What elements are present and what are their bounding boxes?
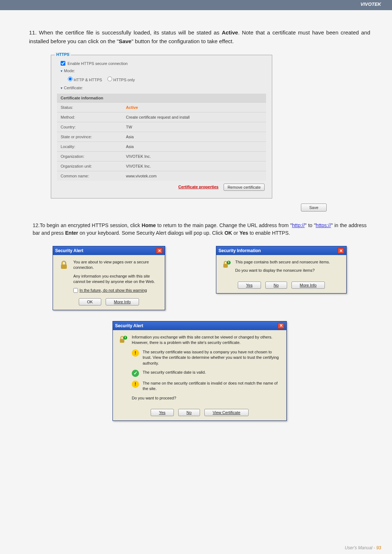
row-locality: Locality:Asia	[57, 141, 266, 151]
dialog-buttons: Yes No More Info	[221, 282, 341, 289]
dialog-text: This page contains both secure and nonse…	[235, 259, 330, 276]
cert-buttons: Certificate properties Remove certificat…	[57, 181, 266, 191]
opt1-label: HTTP & HTTPS	[74, 78, 102, 82]
value: Asia	[126, 135, 134, 139]
chevron-down-icon: ▾	[61, 69, 62, 73]
row-status: Status:Active	[57, 102, 266, 112]
ok-text: The security certificate date is valid.	[143, 370, 206, 375]
warn-text-1: The security certificate was issued by a…	[143, 349, 281, 366]
no-button[interactable]: No	[178, 409, 200, 416]
cert-row-header[interactable]: ▾ Certificate:	[57, 84, 266, 91]
t: To begin an encrypted HTTPS session, cli…	[40, 222, 142, 228]
page-number: 93	[376, 545, 381, 550]
footer-text: User's Manual -	[345, 545, 376, 550]
enable-checkbox[interactable]	[61, 61, 65, 66]
warning-lock-icon	[221, 259, 232, 270]
proceed-text: Do you want to proceed?	[132, 395, 281, 401]
view-cert-button[interactable]: View Certificate	[204, 409, 249, 416]
row-country: Country:TW	[57, 122, 266, 132]
row-orgunit: Organization unit:VIVOTEK Inc.	[57, 161, 266, 171]
titlebar: Security Alert ✕	[113, 321, 286, 330]
row-method: Method:Create certificate request and in…	[57, 112, 266, 122]
row-cn: Common name:www.vivotek.com	[57, 171, 266, 181]
label: Common name:	[61, 174, 126, 178]
dialog-body: This page contains both secure and nonse…	[216, 255, 346, 293]
security-alert-dialog-2: Security Alert ✕ Information you exchang…	[113, 321, 287, 421]
line1: This page contains both secure and nonse…	[235, 259, 330, 265]
intro: Information you exchange with this site …	[132, 335, 281, 346]
content-area: 11. When the certifice file is successfu…	[0, 10, 392, 432]
title: Security Alert	[55, 248, 83, 253]
cert-status-warn-2: ! The name on the security certificate i…	[132, 381, 281, 392]
cert-info-header: Certificate information	[57, 94, 266, 102]
cert-status-warn-1: ! The security certificate was issued by…	[132, 349, 281, 366]
value-active: Active	[126, 105, 138, 110]
value: www.vivotek.com	[126, 174, 156, 178]
svg-rect-1	[223, 264, 228, 268]
dialog-body: You are about to view pages over a secur…	[53, 255, 165, 310]
line1: You are about to view pages over a secur…	[73, 259, 160, 271]
radio-http-https[interactable]	[68, 77, 73, 81]
t: " to "	[305, 222, 316, 228]
svg-rect-3	[120, 339, 124, 343]
radio-https-only[interactable]	[107, 77, 112, 81]
text: " button for the configuration to take e…	[131, 38, 234, 44]
mode-opt-http-https[interactable]: HTTP & HTTPS	[68, 78, 102, 82]
more-info-button[interactable]: More Info	[291, 282, 325, 289]
t: to return to the main page. Change the U…	[156, 222, 292, 228]
cert-properties-link[interactable]: Certificate properties	[175, 184, 221, 191]
home-word: Home	[142, 222, 156, 228]
close-icon[interactable]: ✕	[156, 248, 163, 254]
future-checkbox[interactable]	[73, 288, 78, 293]
future-checkbox-row: In the future, do not show this warning	[73, 288, 160, 293]
warning-icon: !	[132, 349, 139, 357]
opt2-label: HTTPS only	[113, 78, 135, 82]
enable-row: Enable HTTPS secure connection	[57, 59, 266, 67]
label: Organization:	[61, 154, 126, 159]
more-info-button[interactable]: More Info	[106, 298, 139, 305]
cert-status-ok: ✓ The security certificate date is valid…	[132, 370, 281, 377]
yes-button[interactable]: Yes	[151, 409, 174, 416]
title: Security Information	[219, 248, 261, 253]
ok-word: OK	[224, 230, 232, 236]
value: VIVOTEK Inc.	[126, 154, 151, 159]
label: Country:	[61, 125, 126, 129]
dialog-row-top: Security Alert ✕ You are about to view p…	[29, 246, 370, 310]
warn-text-2: The name on the security certificate is …	[143, 381, 281, 392]
http-link: http://	[292, 222, 305, 228]
value: Asia	[126, 144, 134, 149]
header-bar: VIVOTEK	[0, 0, 392, 10]
line2: Do you want to display the nonsecure ite…	[235, 268, 330, 273]
title: Security Alert	[115, 323, 143, 328]
no-button[interactable]: No	[265, 282, 287, 289]
step-num: 11.	[29, 29, 37, 36]
t: or	[232, 230, 239, 236]
step-num: 12.	[33, 222, 40, 228]
close-icon[interactable]: ✕	[278, 323, 284, 329]
save-button[interactable]: Save	[301, 204, 327, 212]
security-information-dialog: Security Information ✕ This page contain…	[216, 246, 347, 294]
row-org: Organization:VIVOTEK Inc.	[57, 151, 266, 161]
step-11: 11. When the certifice file is successfu…	[29, 28, 370, 46]
text: When the certifice file is successfully …	[39, 29, 222, 36]
yes-button[interactable]: Yes	[238, 282, 261, 289]
t: to enable HTTPS.	[248, 230, 290, 236]
label: Organization unit:	[61, 164, 126, 168]
warning-lock-icon	[118, 335, 128, 345]
mode-opt-https-only[interactable]: HTTPS only	[107, 78, 135, 82]
remove-cert-button[interactable]: Remove certificate	[224, 184, 265, 191]
cert-label: Certificate:	[64, 86, 83, 90]
https-panel: HTTPS Enable HTTPS secure connection ▾ M…	[51, 55, 272, 198]
yes-word: Yes	[240, 230, 248, 236]
label: Method:	[61, 115, 126, 119]
row-state: State or province:Asia	[57, 132, 266, 141]
save-word: Save	[119, 38, 131, 44]
value: Create certificate request and install	[126, 115, 189, 119]
panel-legend: HTTPS	[55, 52, 71, 57]
close-icon[interactable]: ✕	[338, 248, 344, 254]
active-word: Active	[222, 29, 238, 36]
enable-label: Enable HTTPS secure connection	[68, 61, 128, 66]
ok-button[interactable]: OK	[79, 298, 101, 305]
mode-row[interactable]: ▾ Mode:	[57, 67, 266, 74]
line2: Any information you exchange with this s…	[73, 274, 160, 285]
